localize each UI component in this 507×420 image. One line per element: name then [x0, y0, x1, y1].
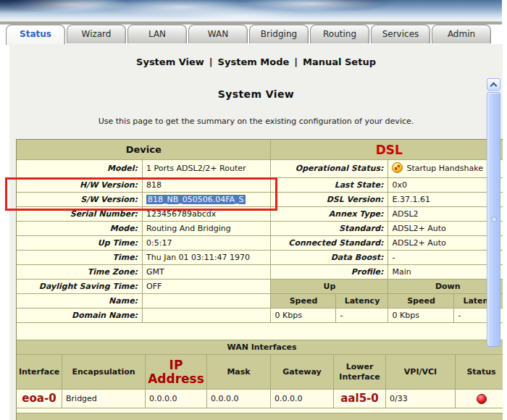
- encapsulation-value: Bridged: [62, 390, 146, 408]
- table-row: Data Boost: -: [271, 251, 503, 265]
- row-label: Daylight Saving Time:: [17, 280, 143, 294]
- timezone-value: GMT: [143, 265, 270, 280]
- wan-interfaces-header: WAN Interfaces: [17, 340, 503, 355]
- scrollbar-grip-icon: [491, 217, 496, 222]
- serial-number-value: 123456789abcdx: [143, 207, 270, 222]
- tab-lan[interactable]: LAN: [127, 25, 187, 43]
- speed-latency-header-row: Speed Latency Speed Latency: [271, 294, 503, 308]
- col-vpi-vci: VPI/VCI: [386, 355, 456, 389]
- row-label: DSL Version:: [271, 193, 388, 207]
- table-row: Annex Type: ADSL2: [271, 207, 503, 222]
- up-latency-header: Latency: [336, 294, 388, 308]
- name-value: [143, 294, 270, 308]
- wan-column-headers: Interface Encapsulation IP Address Mask …: [17, 355, 503, 390]
- dsl-section: DSL Operational Status: Startup Handshak…: [270, 140, 503, 323]
- row-label: Data Boost:: [271, 251, 388, 265]
- row-label: Domain Name:: [17, 308, 143, 323]
- table-row: Model: 1 Ports ADSL2/2+ Router: [17, 160, 270, 178]
- up-arrow-icon: [490, 83, 498, 90]
- row-label: Connected Standard:: [271, 236, 388, 251]
- row-label: Time Zone:: [17, 265, 143, 280]
- row-label: Up Time:: [17, 236, 143, 251]
- nav-separator: |: [209, 56, 213, 67]
- up-speed-header: Speed: [271, 294, 336, 308]
- row-label: Model:: [17, 160, 143, 178]
- row-label: H/W Version:: [17, 178, 143, 193]
- down-header: Down: [388, 280, 503, 294]
- next-section-header-partial: [17, 413, 503, 420]
- down-speed-header: Speed: [388, 294, 454, 308]
- lower-interface-value: aal5-0: [334, 390, 386, 408]
- device-section-header: Device: [17, 140, 270, 160]
- tab-status[interactable]: Status: [6, 25, 65, 45]
- table-spacer: [17, 323, 503, 340]
- selected-text: 818_NB_050506.04FA_S: [146, 195, 246, 204]
- up-latency-value: -: [336, 308, 388, 323]
- sw-version-value: 818_NB_050506.04FA_S: [143, 193, 270, 207]
- row-label: Profile:: [271, 265, 388, 280]
- table-row: Time: Thu Jan 01 03:11:47 1970: [17, 251, 270, 265]
- tab-routing[interactable]: Routing: [310, 25, 369, 43]
- tab-bar: Status Wizard LAN WAN Bridging Routing S…: [6, 25, 491, 44]
- col-mask: Mask: [207, 355, 271, 389]
- tab-wan[interactable]: WAN: [188, 25, 248, 43]
- dsl-version-value: E.37.1.61: [388, 193, 503, 207]
- device-section: Device Model: 1 Ports ADSL2/2+ Router H/…: [17, 140, 270, 323]
- updown-header-row: Up Down: [271, 280, 503, 294]
- row-label: Mode:: [17, 222, 143, 236]
- col-lower-interface: Lower Interface: [334, 355, 386, 389]
- profile-value: Main: [388, 265, 503, 280]
- table-row: Up Time: 0:5:17: [17, 236, 270, 251]
- col-gateway: Gateway: [271, 355, 334, 389]
- row-label: Name:: [17, 294, 143, 308]
- mode-value: Routing And Bridging: [143, 222, 270, 236]
- table-row: Serial Number: 123456789abcdx: [17, 207, 270, 222]
- annex-type-value: ADSL2: [388, 207, 503, 222]
- down-speed-value: 0 Kbps: [388, 308, 454, 323]
- nav-link-system-mode[interactable]: System Mode: [218, 56, 290, 67]
- last-state-value: 0x0: [388, 178, 503, 193]
- table-row: H/W Version: 818: [17, 178, 270, 193]
- nav-separator: |: [294, 56, 298, 67]
- tab-bridging[interactable]: Bridging: [249, 25, 309, 43]
- table-row: Last State: 0x0: [271, 178, 503, 193]
- tab-admin[interactable]: Admin: [432, 25, 491, 43]
- col-encapsulation: Encapsulation: [62, 355, 146, 389]
- vertical-scrollbar[interactable]: [487, 78, 500, 420]
- col-interface: Interface: [17, 355, 62, 389]
- up-header: Up: [271, 280, 388, 294]
- vpi-vci-value: 0/33: [386, 390, 456, 408]
- hw-version-value: 818: [143, 178, 270, 193]
- interface-name: eoa-0: [17, 390, 62, 408]
- banner-image: [0, 0, 502, 20]
- standard-value: ADSL2+ Auto: [388, 222, 503, 236]
- page-title: System View: [9, 88, 503, 100]
- tab-wizard[interactable]: Wizard: [67, 25, 126, 43]
- row-label: S/W Version:: [17, 193, 143, 207]
- table-row: Operational Status: Startup Handshake: [271, 160, 503, 178]
- scroll-up-button[interactable]: [487, 78, 500, 91]
- table-row: Mode: Routing And Bridging: [17, 222, 270, 236]
- nav-link-manual-setup[interactable]: Manual Setup: [303, 56, 376, 67]
- gateway-value: 0.0.0.0: [271, 390, 334, 408]
- data-boost-value: -: [388, 251, 503, 265]
- table-row: Connected Standard: ADSL2+ Auto: [271, 236, 503, 251]
- model-value: 1 Ports ADSL2/2+ Router: [143, 160, 270, 178]
- connected-standard-value: ADSL2+ Auto: [388, 236, 503, 251]
- table-row: DSL Version: E.37.1.61: [271, 193, 503, 207]
- status-ball-red-icon: [477, 394, 487, 404]
- table-row: Domain Name:: [17, 308, 270, 323]
- ip-address-value: 0.0.0.0: [146, 390, 207, 408]
- up-speed-value: 0 Kbps: [271, 308, 336, 323]
- scrollbar-thumb[interactable]: [487, 92, 500, 347]
- row-label: Annex Type:: [271, 207, 388, 222]
- row-label: Standard:: [271, 222, 388, 236]
- col-ip-address: IP Address: [146, 355, 207, 389]
- tab-services[interactable]: Services: [371, 25, 430, 43]
- table-row: Daylight Saving Time: OFF: [17, 280, 270, 294]
- content-pane: System View|System Mode|Manual Setup Sys…: [9, 44, 503, 420]
- row-label: Time:: [17, 251, 143, 265]
- system-view-table: Device Model: 1 Ports ADSL2/2+ Router H/…: [16, 139, 503, 420]
- nav-link-system-view[interactable]: System View: [136, 56, 204, 67]
- mask-value: 0.0.0.0: [207, 390, 271, 408]
